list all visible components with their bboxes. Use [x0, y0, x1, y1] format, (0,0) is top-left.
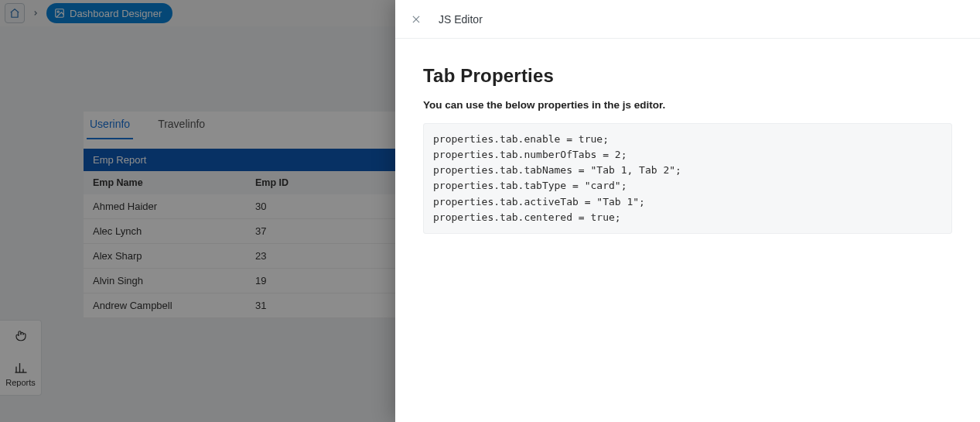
properties-code-block[interactable]: properties.tab.enable = true; properties…: [423, 123, 952, 234]
dock-label: Reports: [5, 378, 36, 387]
breadcrumb-current[interactable]: Dashboard Designer: [46, 3, 172, 23]
dock-item-pointer[interactable]: [0, 321, 41, 353]
properties-heading: Tab Properties: [423, 65, 952, 87]
cell-id: 37: [246, 219, 385, 243]
pointer-icon: [14, 328, 28, 342]
drawer-title: JS Editor: [439, 13, 483, 26]
drawer-body: Tab Properties You can use the below pro…: [395, 39, 980, 260]
breadcrumb-label: Dashboard Designer: [70, 8, 162, 19]
cell-name: Andrew Campbell: [84, 293, 246, 317]
home-icon: [9, 8, 20, 19]
cell-name: Ahmed Haider: [84, 194, 246, 218]
cell-name: Alec Lynch: [84, 219, 246, 243]
properties-subheading: You can use the below properties in the …: [423, 99, 952, 111]
col-header-id: Emp ID: [246, 171, 385, 194]
close-icon: [411, 14, 422, 25]
cell-id: 23: [246, 244, 385, 268]
home-button[interactable]: [5, 3, 25, 23]
js-editor-drawer: JS Editor Tab Properties You can use the…: [395, 0, 980, 422]
tab-travelinfo[interactable]: Travelinfo: [155, 112, 208, 139]
tool-dock: Reports: [0, 320, 42, 396]
cell-id: 31: [246, 293, 385, 317]
chevron-right-icon: [32, 9, 39, 17]
cell-name: Alex Sharp: [84, 244, 246, 268]
svg-point-1: [57, 11, 59, 12]
cell-name: Alvin Singh: [84, 269, 246, 293]
cell-id: 19: [246, 269, 385, 293]
cell-id: 30: [246, 194, 385, 218]
close-button[interactable]: [409, 12, 423, 26]
tab-label: Userinfo: [90, 118, 130, 130]
tab-userinfo[interactable]: Userinfo: [87, 112, 133, 139]
drawer-header: JS Editor: [395, 0, 980, 39]
dock-item-reports[interactable]: Reports: [0, 353, 41, 395]
col-header-name: Emp Name: [84, 171, 246, 194]
breadcrumb-chevron: [28, 3, 43, 23]
dashboard-icon: [54, 8, 65, 19]
bar-chart-icon: [14, 361, 28, 375]
tab-label: Travelinfo: [158, 118, 205, 130]
